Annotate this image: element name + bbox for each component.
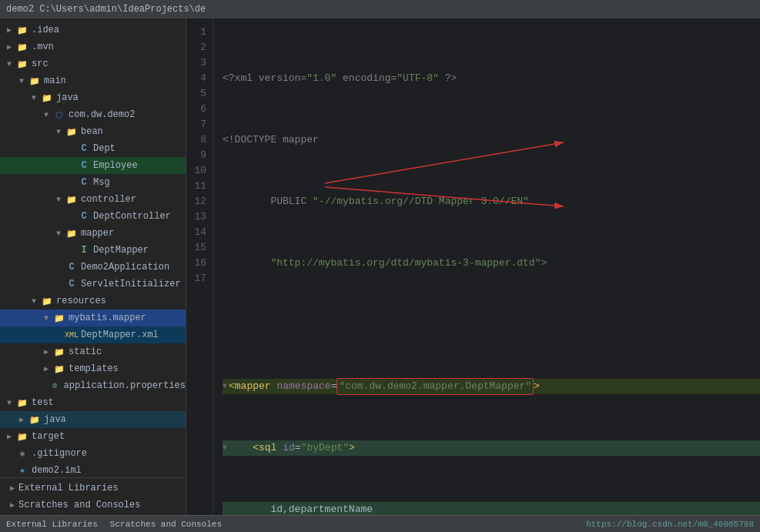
tree-item-deptcontroller[interactable]: C DeptController — [0, 208, 186, 225]
tree-item-deptmapper-interface[interactable]: I DeptMapper — [0, 242, 186, 259]
external-libraries-status[interactable]: External Libraries — [6, 520, 98, 529]
folder-icon-idea: 📁 — [15, 25, 29, 35]
label-deptmapper-interface: DeptMapper — [93, 245, 149, 256]
arrow-com-dw — [40, 111, 52, 119]
arrow-bean — [52, 128, 65, 136]
label-src: src — [32, 59, 49, 69]
tree-item-demo2-iml[interactable]: ◈ demo2.iml — [0, 462, 186, 477]
scratches-status[interactable]: Scratches and Consoles — [110, 520, 222, 529]
folder-icon-main: 📁 — [28, 75, 42, 86]
arrow-mvn — [3, 42, 15, 52]
tree-item-test-java[interactable]: 📁 java — [0, 411, 186, 428]
tree-item-gitignore[interactable]: ◉ .gitignore — [0, 445, 186, 462]
folder-icon-mybatis-mapper: 📁 — [52, 313, 66, 323]
java-interface-icon-deptmapper: I — [77, 245, 91, 256]
ln-11: 11 — [189, 179, 206, 194]
arrow-main — [15, 77, 28, 85]
tree-item-idea[interactable]: 📁 .idea — [0, 22, 186, 38]
status-bar: External Libraries Scratches and Console… — [0, 515, 760, 532]
tree-item-src[interactable]: 📁 src — [0, 55, 186, 72]
tree-item-templates[interactable]: 📁 templates — [0, 360, 186, 377]
tree-item-dept-class[interactable]: C Dept — [0, 140, 186, 157]
ln-9: 9 — [189, 148, 206, 163]
sidebar-bottom: External Libraries Scratches and Console… — [0, 477, 186, 515]
blog-link[interactable]: https://blog.csdn.net/m0_46065798 — [586, 520, 754, 529]
folder-icon-controller: 📁 — [65, 194, 79, 205]
arrow-src — [3, 60, 15, 69]
label-mvn: .mvn — [32, 42, 54, 52]
tree-item-java[interactable]: 📁 java — [0, 89, 186, 106]
code-line-2: <!DOCTYPE mapper — [223, 132, 760, 148]
label-app-properties: application.properties — [64, 380, 186, 391]
tree-item-mapper-folder[interactable]: 📁 mapper — [0, 225, 186, 242]
folder-icon-java: 📁 — [40, 92, 54, 103]
arrow-scratches — [6, 500, 18, 510]
label-dept: Dept — [93, 143, 116, 154]
arrow-idea — [3, 25, 15, 35]
ln-15: 15 — [189, 240, 206, 256]
tree-item-mybatis-mapper[interactable]: 📁 mybatis.mapper — [0, 309, 186, 326]
file-tree[interactable]: 📁 .idea 📁 .mvn 📁 src 📁 — [0, 18, 186, 477]
dtd-url-span: "http://mybatis.org/dtd/mybatis-3-mapper… — [223, 256, 547, 271]
ln-2: 2 — [189, 40, 206, 55]
xml-decl-span: <?xml version="1.0" encoding="UTF-8" ?> — [223, 71, 457, 86]
label-gitignore: .gitignore — [32, 448, 87, 459]
doctype-span: <!DOCTYPE mapper — [223, 132, 319, 148]
label-test: test — [32, 397, 54, 408]
arrow-resources — [28, 297, 40, 306]
folder-icon-bean: 📁 — [65, 126, 79, 137]
label-servletinitializer: ServletInitializer — [81, 279, 181, 289]
code-line-7: ▼ <sql id="byDept"> — [223, 440, 760, 456]
tree-item-resources[interactable]: 📁 resources — [0, 293, 186, 309]
folder-icon-src: 📁 — [15, 59, 29, 69]
xml-icon-deptmapper: XML — [65, 330, 79, 340]
tree-item-employee[interactable]: C Employee — [0, 157, 186, 174]
arrow-templates — [40, 364, 52, 373]
folder-icon-resources: 📁 — [40, 296, 54, 306]
label-templates: templates — [69, 363, 119, 374]
folder-icon-mapper: 📁 — [65, 228, 79, 239]
label-idea: .idea — [32, 25, 59, 35]
folder-icon-mvn: 📁 — [15, 42, 29, 52]
label-deptmapper-xml: DeptMapper.xml — [81, 330, 159, 340]
code-line-1: <?xml version="1.0" encoding="UTF-8" ?> — [223, 71, 760, 86]
tree-item-msg[interactable]: C Msg — [0, 174, 186, 191]
tree-item-app-properties[interactable]: ⚙ application.properties — [0, 377, 186, 394]
ln-12: 12 — [189, 194, 206, 209]
tree-item-static[interactable]: 📁 static — [0, 343, 186, 360]
tree-item-com-dw-demo2[interactable]: ⬡ com.dw.demo2 — [0, 106, 186, 123]
arrow-static — [40, 347, 52, 356]
tree-item-demo2app[interactable]: C Demo2Application — [0, 259, 186, 276]
project-title: demo2 C:\Users\admin\IdeaProjects\de — [6, 4, 206, 15]
arrow-mybatis-mapper — [40, 314, 52, 323]
mapper-tag-6: <mapper — [229, 379, 276, 394]
arrow-java — [28, 94, 40, 102]
tree-item-mvn[interactable]: 📁 .mvn — [0, 38, 186, 55]
ln-8: 8 — [189, 132, 206, 148]
tree-item-test[interactable]: 📁 test — [0, 394, 186, 411]
tree-item-servletinitializer[interactable]: C ServletInitializer — [0, 276, 186, 293]
code-area[interactable]: <?xml version="1.0" encoding="UTF-8" ?> … — [213, 18, 760, 515]
label-main: main — [44, 75, 66, 86]
ln-16: 16 — [189, 256, 206, 271]
tree-item-deptmapper-xml[interactable]: XML DeptMapper.xml — [0, 326, 186, 343]
tree-item-bean[interactable]: 📁 bean — [0, 123, 186, 140]
scratches-label: Scratches and Consoles — [18, 500, 140, 510]
sql-body-8: id,departmentName — [223, 502, 373, 515]
sql-id-attr: id — [283, 440, 295, 456]
tree-item-controller[interactable]: 📁 controller — [0, 191, 186, 208]
arrow-target — [3, 432, 15, 441]
label-controller: controller — [81, 194, 136, 205]
editor-content[interactable]: 1 2 3 4 5 6 7 8 9 10 11 12 13 14 15 16 1 — [186, 18, 760, 515]
external-libraries-item[interactable]: External Libraries — [0, 480, 186, 497]
ln-10: 10 — [189, 163, 206, 179]
label-resources: resources — [56, 296, 106, 306]
eq-6: = — [331, 379, 337, 394]
fold-6: ▼ — [223, 379, 227, 394]
scratches-item[interactable]: Scratches and Consoles — [0, 497, 186, 514]
tree-item-target[interactable]: 📁 target — [0, 428, 186, 445]
sql-tag-7: <sql — [229, 440, 283, 456]
tree-item-main[interactable]: 📁 main — [0, 72, 186, 89]
label-employee: Employee — [93, 160, 138, 171]
code-line-5 — [223, 317, 760, 333]
